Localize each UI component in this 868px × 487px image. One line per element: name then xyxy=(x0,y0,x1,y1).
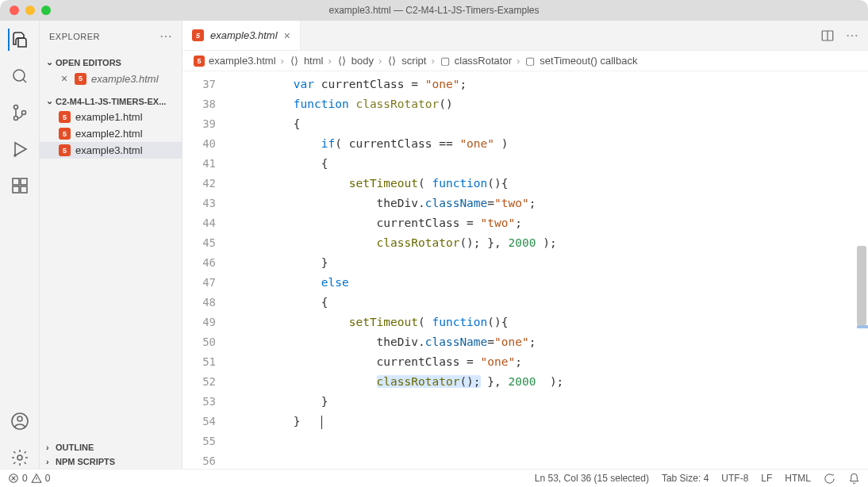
breadcrumb-seg[interactable]: script xyxy=(401,55,426,67)
symbol-method-icon: ▢ xyxy=(440,56,451,67)
chevron-down-icon: ⌄ xyxy=(46,57,56,67)
editor-more-icon[interactable]: ⋯ xyxy=(846,28,858,43)
html-file-icon: 5 xyxy=(59,111,71,123)
run-debug-icon[interactable] xyxy=(9,138,31,160)
explorer-icon[interactable] xyxy=(8,29,30,51)
titlebar: example3.html — C2-M4-L1-JS-Timers-Examp… xyxy=(0,0,868,21)
breadcrumb-seg[interactable]: html xyxy=(304,55,324,67)
code-area[interactable]: var currentClass = "one"; function class… xyxy=(238,71,868,469)
status-bar: 0 0 Ln 53, Col 36 (15 selected) Tab Size… xyxy=(0,469,868,487)
folder-label: C2-M4-L1-JS-TIMERS-EX... xyxy=(56,97,166,106)
npm-scripts-section[interactable]: › NPM SCRIPTS xyxy=(40,454,182,469)
sidebar: EXPLORER ⋯ ⌄ OPEN EDITORS × 5 example3.h… xyxy=(40,21,182,469)
overview-ruler-mark xyxy=(857,325,868,328)
extensions-icon[interactable] xyxy=(9,174,31,197)
svg-point-1 xyxy=(13,105,17,109)
activity-bar xyxy=(0,21,40,469)
svg-point-3 xyxy=(21,111,25,115)
tag-icon: ⟨⟩ xyxy=(386,56,398,67)
eol[interactable]: LF xyxy=(761,473,772,484)
svg-point-11 xyxy=(17,455,22,460)
line-number-gutter: 3738394041424344454647484950515253545556 xyxy=(182,71,238,469)
file-name: example3.html xyxy=(75,144,143,156)
tag-icon: ⟨⟩ xyxy=(289,56,300,67)
warnings-count: 0 xyxy=(45,473,51,484)
language-mode[interactable]: HTML xyxy=(785,473,811,484)
breadcrumb-seg[interactable]: body xyxy=(351,55,374,67)
file-name: example2.html xyxy=(75,128,143,140)
editor-tab[interactable]: 5 example3.html × xyxy=(182,21,301,50)
symbol-method-icon: ▢ xyxy=(524,56,536,67)
outline-section[interactable]: › OUTLINE xyxy=(40,440,182,454)
chevron-right-icon: › xyxy=(517,55,520,67)
svg-rect-6 xyxy=(13,186,19,193)
file-item[interactable]: 5 example2.html xyxy=(40,125,182,142)
editor[interactable]: 3738394041424344454647484950515253545556… xyxy=(182,71,868,469)
tab-title: example3.html xyxy=(210,29,278,41)
breadcrumb-file[interactable]: example3.html xyxy=(209,55,276,67)
open-editors-label: OPEN EDITORS xyxy=(56,58,121,67)
close-icon[interactable]: × xyxy=(59,72,70,85)
feedback-icon[interactable] xyxy=(824,473,835,485)
svg-point-0 xyxy=(13,70,25,81)
scrollbar-thumb[interactable] xyxy=(857,246,866,325)
editor-group: 5 example3.html × ⋯ 5example3.html › ⟨⟩h… xyxy=(182,21,868,469)
chevron-down-icon: ⌄ xyxy=(46,96,56,106)
html-file-icon: 5 xyxy=(192,29,204,41)
split-editor-icon[interactable] xyxy=(820,29,835,43)
problems-status[interactable]: 0 0 xyxy=(8,473,50,484)
npm-label: NPM SCRIPTS xyxy=(56,457,115,466)
chevron-right-icon: › xyxy=(378,55,382,67)
chevron-right-icon: › xyxy=(328,55,331,67)
html-file-icon: 5 xyxy=(75,73,86,85)
svg-point-10 xyxy=(17,416,22,421)
tab-size[interactable]: Tab Size: 4 xyxy=(662,473,709,484)
notifications-icon[interactable] xyxy=(848,473,860,485)
html-file-icon: 5 xyxy=(59,128,71,140)
chevron-right-icon: › xyxy=(46,443,56,452)
breadcrumb-seg[interactable]: classRotator xyxy=(455,55,512,67)
search-icon[interactable] xyxy=(9,65,31,87)
svg-rect-7 xyxy=(21,186,27,193)
svg-point-2 xyxy=(13,117,17,121)
tag-icon: ⟨⟩ xyxy=(336,56,348,67)
sidebar-title-row: EXPLORER ⋯ xyxy=(40,21,182,52)
chevron-right-icon: › xyxy=(281,55,284,67)
svg-rect-8 xyxy=(21,178,27,185)
file-item[interactable]: 5 example1.html xyxy=(40,109,182,125)
tab-bar: 5 example3.html × ⋯ xyxy=(182,21,868,51)
sidebar-more-icon[interactable]: ⋯ xyxy=(159,29,173,44)
open-editor-name: example3.html xyxy=(91,73,159,85)
encoding[interactable]: UTF-8 xyxy=(721,473,748,484)
svg-rect-5 xyxy=(13,178,19,185)
breadcrumb[interactable]: 5example3.html › ⟨⟩html › ⟨⟩body › ⟨⟩scr… xyxy=(182,51,868,71)
file-item[interactable]: 5 example3.html xyxy=(40,142,182,159)
html-file-icon: 5 xyxy=(59,144,71,156)
chevron-right-icon: › xyxy=(431,55,434,67)
window-title: example3.html — C2-M4-L1-JS-Timers-Examp… xyxy=(0,5,868,16)
chevron-right-icon: › xyxy=(46,457,56,466)
breadcrumb-seg[interactable]: setTimeout() callback xyxy=(540,55,637,67)
source-control-icon[interactable] xyxy=(9,102,31,124)
open-editor-item[interactable]: × 5 example3.html xyxy=(40,70,182,87)
file-name: example1.html xyxy=(75,111,143,123)
cursor-position[interactable]: Ln 53, Col 36 (15 selected) xyxy=(535,473,649,484)
outline-label: OUTLINE xyxy=(56,443,94,452)
close-icon[interactable]: × xyxy=(284,29,290,42)
html-file-icon: 5 xyxy=(194,56,205,67)
folder-section[interactable]: ⌄ C2-M4-L1-JS-TIMERS-EX... xyxy=(40,94,182,109)
accounts-icon[interactable] xyxy=(9,410,31,432)
sidebar-title: EXPLORER xyxy=(49,32,100,41)
settings-gear-icon[interactable] xyxy=(9,447,31,469)
open-editors-section[interactable]: ⌄ OPEN EDITORS xyxy=(40,55,182,70)
errors-count: 0 xyxy=(22,473,28,484)
